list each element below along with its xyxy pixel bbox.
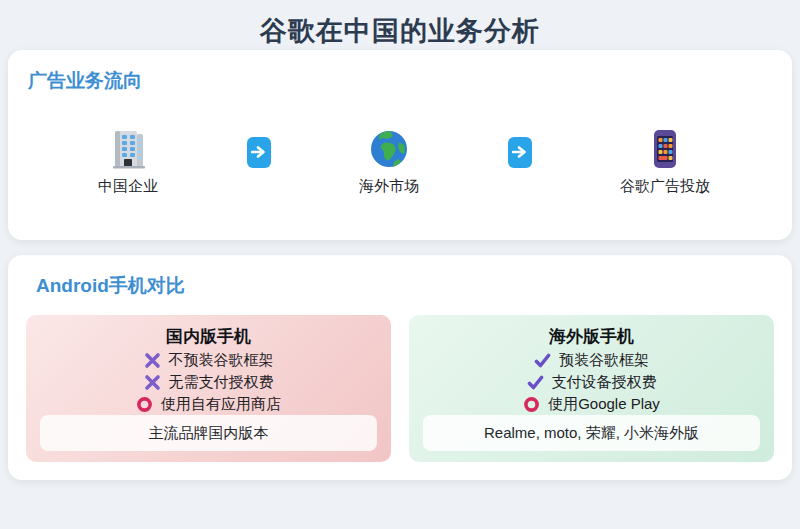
flow-step-china-company: 中国企业 <box>98 128 158 196</box>
compare-row: 国内版手机 不预装谷歌框架 无需支付授权费 使用自有应用商店 主流品牌国内版本 … <box>26 315 774 462</box>
overseas-footer-box: Realme, moto, 荣耀, 小米海外版 <box>423 415 760 451</box>
check-icon <box>527 374 544 391</box>
right-arrow-icon <box>247 137 271 168</box>
flow-step-google-ads: 谷歌广告投放 <box>620 128 710 196</box>
android-compare-heading: Android手机对比 <box>36 273 774 299</box>
list-item-text: 支付设备授权费 <box>552 371 657 393</box>
check-icon <box>534 352 551 369</box>
list-item-text: 使用自有应用商店 <box>161 393 281 415</box>
globe-icon <box>368 128 410 170</box>
list-item-text: 无需支付授权费 <box>169 371 274 393</box>
ad-flow-card: 广告业务流向 中国企业 <box>8 50 792 240</box>
list-item-text: 预装谷歌框架 <box>559 349 649 371</box>
circle-icon <box>523 396 540 413</box>
list-item-text: 使用Google Play <box>548 393 660 415</box>
list-item: 使用Google Play <box>423 393 760 415</box>
domestic-phone-title: 国内版手机 <box>40 325 377 349</box>
circle-icon <box>136 396 153 413</box>
ad-flow-row: 中国企业 海外市场 <box>28 128 772 196</box>
flow-step-label: 中国企业 <box>98 177 158 196</box>
flow-step-overseas-market: 海外市场 <box>359 128 419 196</box>
flow-step-label: 谷歌广告投放 <box>620 177 710 196</box>
ad-flow-heading: 广告业务流向 <box>28 68 772 94</box>
ad-phone-icon <box>644 128 686 170</box>
overseas-phone-card: 海外版手机 预装谷歌框架 支付设备授权费 使用Google Play Realm… <box>409 315 774 462</box>
overseas-phone-title: 海外版手机 <box>423 325 760 349</box>
office-building-icon <box>107 128 149 170</box>
flow-step-label: 海外市场 <box>359 177 419 196</box>
domestic-phone-card: 国内版手机 不预装谷歌框架 无需支付授权费 使用自有应用商店 主流品牌国内版本 <box>26 315 391 462</box>
list-item: 无需支付授权费 <box>40 371 377 393</box>
cross-icon <box>144 352 161 369</box>
android-compare-card: Android手机对比 国内版手机 不预装谷歌框架 无需支付授权费 使用自有应用… <box>8 255 792 480</box>
list-item: 不预装谷歌框架 <box>40 349 377 371</box>
cross-icon <box>144 374 161 391</box>
domestic-footer-box: 主流品牌国内版本 <box>40 415 377 451</box>
list-item-text: 不预装谷歌框架 <box>169 349 274 371</box>
list-item: 支付设备授权费 <box>423 371 760 393</box>
page-title: 谷歌在中国的业务分析 <box>0 0 800 50</box>
right-arrow-icon <box>508 137 532 168</box>
list-item: 使用自有应用商店 <box>40 393 377 415</box>
list-item: 预装谷歌框架 <box>423 349 760 371</box>
